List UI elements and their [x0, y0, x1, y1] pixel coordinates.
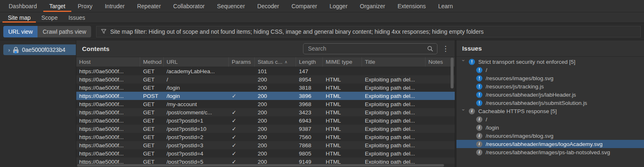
cell-params: ✓	[229, 117, 255, 124]
table-row[interactable]: https://0ae5000f...GET/my-account2003968…	[76, 100, 455, 108]
vertical-scrollbar[interactable]	[451, 58, 454, 88]
column-header-host[interactable]: Host	[76, 57, 140, 67]
column-header-status-c[interactable]: Status c...∧	[255, 57, 296, 67]
table-row[interactable]: https://0ae5000f...GET/post?postId=1✓200…	[76, 116, 455, 125]
crawl-paths-view-button[interactable]: Crawl paths view	[38, 26, 91, 37]
tab-collaborator[interactable]: Collaborator	[167, 0, 211, 12]
table-row[interactable]: https://0ae5000f...GET/post?postId=4✓200…	[76, 149, 455, 158]
issue-item-row[interactable]: !/resources/labheader/js/labHeader.js	[456, 90, 644, 99]
table-row[interactable]: https://0ae5000f...POST/login✓2003896HTM…	[76, 92, 455, 100]
tab-sequencer[interactable]: Sequencer	[211, 0, 251, 12]
cell-url: /post?postId=1	[164, 118, 229, 124]
severity-info-icon: i	[476, 125, 482, 131]
cell-mime: HTML	[323, 118, 362, 124]
tab-comparer[interactable]: Comparer	[285, 0, 323, 12]
column-header-method[interactable]: Method	[140, 57, 164, 67]
cell-url: /	[164, 77, 229, 83]
cell-method: GET	[140, 77, 164, 83]
cell-mime: HTML	[323, 126, 362, 132]
tab-repeater[interactable]: Repeater	[131, 0, 167, 12]
tab-dashboard[interactable]: Dashboard	[2, 0, 43, 12]
issue-item-row[interactable]: i/	[456, 115, 644, 123]
kebab-menu-icon[interactable]: ⋮	[442, 45, 449, 52]
table-row[interactable]: https://0ae5000f...GET/post?postId=10✓20…	[76, 125, 455, 133]
sitemap-tree-node[interactable]: › 0ae5000f0323b4	[3, 44, 76, 55]
cell-host: https://0ae5000f...	[76, 142, 140, 148]
issue-group-label: Cacheable HTTPS response [5]	[478, 108, 557, 114]
issue-item-label: /	[486, 67, 487, 73]
sitemap-filter-bar[interactable]: Site map filter: Hiding out of scope and…	[96, 26, 641, 37]
table-row[interactable]: https://0ae5000f...GET/post?postId=3✓200…	[76, 141, 455, 149]
url-view-button[interactable]: URL view	[3, 26, 38, 37]
table-body: https://0ae5000f...GET/academyLabHea...1…	[76, 67, 455, 167]
tab-organizer[interactable]: Organizer	[354, 0, 391, 12]
cell-length: 3423	[296, 109, 323, 116]
horizontal-scrollbar[interactable]	[77, 164, 444, 167]
cell-url: /post?postId=2	[164, 134, 229, 140]
issue-item-row[interactable]: !/resources/js/tracking.js	[456, 82, 644, 90]
tab-logger[interactable]: Logger	[323, 0, 354, 12]
issue-item-row[interactable]: !/resources/labheader/js/submitSolution.…	[456, 99, 644, 107]
column-header-url[interactable]: URL	[164, 57, 229, 67]
chevron-down-icon[interactable]: ›	[461, 60, 466, 64]
main-content: › 0ae5000f0323b4 Contents ⋮ HostMethodUR	[0, 40, 644, 167]
cell-status: 200	[255, 142, 296, 148]
severity-info-icon: i	[476, 116, 482, 123]
tab-learn[interactable]: Learn	[432, 0, 459, 12]
issue-group-row[interactable]: ›iCacheable HTTPS response [5]	[456, 107, 644, 115]
cell-length: 3896	[296, 93, 323, 99]
table-row[interactable]: https://0ae5000f...GET/academyLabHea...1…	[76, 67, 455, 75]
issue-item-label: /resources/js/tracking.js	[486, 84, 544, 90]
tab-intruder[interactable]: Intruder	[99, 0, 131, 12]
cell-title: Exploiting path del...	[362, 126, 425, 132]
table-row[interactable]: https://0ae5000f...GET/post?postId=2✓200…	[76, 133, 455, 141]
issue-item-row[interactable]: i/resources/images/blog.svg	[456, 132, 644, 140]
chevron-down-icon[interactable]: ›	[461, 109, 466, 113]
cell-url: /post/comment/c...	[164, 109, 229, 116]
subtab-site-map[interactable]: Site map	[2, 12, 36, 23]
horizontal-scrollbar-track[interactable]	[76, 164, 455, 167]
cell-mime: HTML	[323, 151, 362, 157]
issue-item-row[interactable]: i/resources/labheader/images/ps-lab-nots…	[456, 148, 644, 156]
severity-info-icon: i	[476, 149, 482, 155]
tab-extensions[interactable]: Extensions	[391, 0, 432, 12]
cell-mime: HTML	[323, 77, 362, 83]
cell-title: Exploiting path del...	[362, 93, 425, 99]
issue-item-row[interactable]: i/login	[456, 123, 644, 132]
issue-group-row[interactable]: ›!Strict transport security not enforced…	[456, 58, 644, 66]
column-header-mime-type[interactable]: MIME type	[323, 57, 362, 67]
column-header-length[interactable]: Length	[296, 57, 323, 67]
cell-url: /post?postId=4	[164, 151, 229, 157]
cell-host: https://0ae5000f...	[76, 101, 140, 107]
subtab-scope[interactable]: Scope	[36, 12, 63, 23]
table-row[interactable]: https://0ae5000f...GET/login2003818HTMLE…	[76, 84, 455, 92]
issue-item-row[interactable]: !/	[456, 66, 644, 74]
search-icon[interactable]	[427, 46, 433, 52]
issues-header: Issues	[456, 40, 644, 57]
table-row[interactable]: https://0ae5000f...GET/2008954HTMLExploi…	[76, 75, 455, 84]
tab-proxy[interactable]: Proxy	[71, 0, 99, 12]
target-subtab-bar: Site mapScopeIssues	[0, 12, 644, 23]
table-row[interactable]: https://0ae5000f...GET/post/comment/c...…	[76, 108, 455, 116]
column-header-params[interactable]: Params	[229, 57, 255, 67]
subtab-issues[interactable]: Issues	[63, 12, 90, 23]
cell-status: 200	[255, 151, 296, 157]
cell-url: /login	[164, 85, 229, 91]
severity-alert-icon: !	[469, 59, 475, 65]
issue-item-label: /	[486, 116, 487, 123]
issue-item-row[interactable]: !/resources/images/blog.svg	[456, 74, 644, 82]
cell-title: Exploiting path del...	[362, 118, 425, 124]
cell-url: /academyLabHea...	[164, 68, 229, 74]
cell-mime: HTML	[323, 101, 362, 107]
search-box[interactable]	[303, 43, 437, 54]
tab-decoder[interactable]: Decoder	[251, 0, 285, 12]
issue-item-row[interactable]: i/resources/labheader/images/logoAcademy…	[456, 140, 644, 148]
cell-method: GET	[140, 68, 164, 74]
column-header-title[interactable]: Title	[362, 57, 425, 67]
cell-host: https://0ae5000f...	[76, 134, 140, 140]
search-input[interactable]	[307, 45, 425, 52]
tab-target[interactable]: Target	[43, 0, 72, 12]
cell-length: 8954	[296, 77, 323, 83]
burp-suite-window: DashboardTargetProxyIntruderRepeaterColl…	[0, 0, 644, 167]
chevron-right-icon[interactable]: ›	[8, 47, 10, 53]
